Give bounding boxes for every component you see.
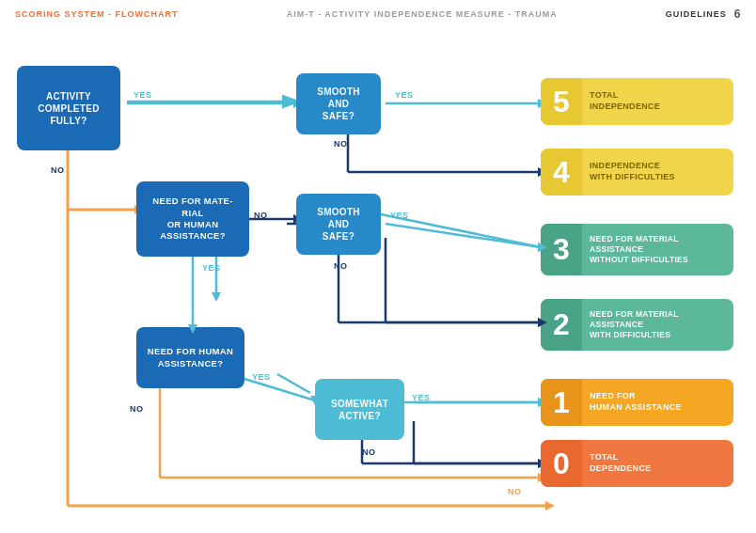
no-label-human-bottom: NO <box>130 404 144 414</box>
smooth1-box: SMOOTH AND SAFE? <box>296 73 381 134</box>
svg-line-16 <box>386 224 541 247</box>
score-4-box: 4 INDEPENDENCE WITH DIFFICULTIES <box>541 149 733 196</box>
score-3-number: 3 <box>541 224 582 275</box>
material-human-box: NEED FOR MATE- RIAL OR HUMAN ASSISTANCE? <box>136 181 249 257</box>
score-2-number: 2 <box>541 299 582 351</box>
human-box: NEED FOR HUMAN ASSISTANCE? <box>136 327 244 388</box>
somewhat-active-box: SOMEWHAT ACTIVE? <box>315 379 404 440</box>
smooth2-box: SMOOTH AND SAFE? <box>296 194 381 255</box>
svg-marker-2 <box>545 501 555 510</box>
svg-line-21 <box>277 374 310 393</box>
no-label-smooth1: NO <box>334 139 348 149</box>
score-3-label: NEED FOR MATERIAL ASSISTANCE WITHOUT DIF… <box>582 228 733 271</box>
score-1-box: 1 NEED FOR HUMAN ASSISTANCE <box>541 379 733 426</box>
score-5-label: TOTAL INDEPENDENCE <box>582 85 733 118</box>
no-label-somewhat: NO <box>362 447 376 457</box>
yes-label-smooth2: YES <box>390 211 409 220</box>
page-number: 6 <box>734 8 741 21</box>
no-label-bottom: NO <box>508 487 522 496</box>
flowchart: ACTIVITY COMPLETED FULLY? YES NO SMOOTH … <box>0 26 756 533</box>
page-header: SCORING SYSTEM - FLOWCHART AIM-T - ACTIV… <box>0 0 756 28</box>
activity-box: ACTIVITY COMPLETED FULLY? <box>17 66 120 150</box>
yes-label-human: YES <box>252 372 271 382</box>
no-label-smooth2: NO <box>334 261 348 271</box>
score-4-label: INDEPENDENCE WITH DIFFICULTIES <box>582 155 733 188</box>
yes-label-somewhat: YES <box>412 393 431 402</box>
no-label-material-human: NO <box>254 211 268 220</box>
score-4-number: 4 <box>541 149 582 196</box>
score-2-box: 2 NEED FOR MATERIAL ASSISTANCE WITH DIFF… <box>541 299 733 351</box>
score-5-number: 5 <box>541 78 582 125</box>
no-label-activity: NO <box>51 165 65 175</box>
score-2-label: NEED FOR MATERIAL ASSISTANCE WITH DIFFIC… <box>582 304 733 346</box>
score-0-label: TOTAL DEPENDENCE <box>582 447 733 479</box>
header-center: AIM-T - ACTIVITY INDEPENDENCE MEASURE - … <box>287 9 558 19</box>
svg-line-36 <box>244 379 315 400</box>
svg-marker-14 <box>212 292 221 302</box>
header-left: SCORING SYSTEM - FLOWCHART <box>15 9 179 19</box>
score-1-number: 1 <box>541 379 582 426</box>
yes-label-smooth1: YES <box>395 90 414 100</box>
header-right: GUIDELINES <box>666 9 727 19</box>
score-5-box: 5 TOTAL INDEPENDENCE <box>541 78 733 125</box>
yes-label-material-human: YES <box>202 263 221 273</box>
score-1-label: NEED FOR HUMAN ASSISTANCE <box>582 385 733 418</box>
score-0-box: 0 TOTAL DEPENDENCE <box>541 440 733 487</box>
score-0-number: 0 <box>541 440 582 487</box>
yes-label-activity: YES <box>134 90 152 100</box>
score-3-box: 3 NEED FOR MATERIAL ASSISTANCE WITHOUT D… <box>541 224 733 275</box>
